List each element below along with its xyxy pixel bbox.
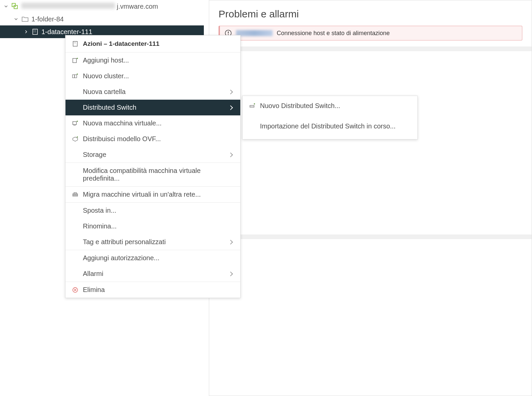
tree-item-vcenter[interactable]: j.vmware.com (0, 0, 204, 13)
menu-item-label: Elimina (83, 286, 105, 294)
svg-rect-16 (75, 75, 77, 78)
menu-item-new-cluster[interactable]: Nuovo cluster... (65, 68, 240, 84)
svg-rect-14 (73, 58, 77, 63)
submenu-item-label: Importazione del Distributed Switch in c… (260, 122, 396, 131)
blurred-ip (236, 30, 273, 36)
svg-rect-2 (33, 29, 37, 34)
context-menu-title: Azioni – 1-datacenter-111 (83, 40, 159, 47)
menu-item-tags-attrs[interactable]: Tag e attributi personalizzati (65, 234, 240, 250)
new-cluster-icon (72, 73, 79, 80)
context-menu-header: Azioni – 1-datacenter-111 (65, 35, 240, 53)
menu-item-new-vm[interactable]: Nuova macchina virtuale... (65, 115, 240, 131)
menu-item-label: Nuova cartella (83, 88, 126, 96)
svg-rect-18 (74, 124, 75, 125)
submenu-item-label: Nuovo Distributed Switch... (260, 101, 340, 110)
datacenter-icon (72, 40, 79, 47)
menu-item-add-permission[interactable]: Aggiungi autorizzazione... (65, 250, 240, 266)
panel-divider (209, 234, 532, 239)
folder-icon (21, 15, 29, 23)
svg-point-25 (252, 106, 252, 107)
new-vm-icon (72, 120, 79, 127)
new-dvs-icon (249, 102, 256, 110)
svg-rect-15 (73, 75, 75, 78)
context-menu-actions: Azioni – 1-datacenter-111 Aggiungi host.… (65, 35, 241, 298)
svg-rect-21 (74, 192, 76, 194)
migrate-icon (72, 191, 79, 198)
tree-item-folder[interactable]: 1-folder-84 (0, 13, 204, 25)
submenu-item-new-dvs[interactable]: Nuovo Distributed Switch... (243, 97, 417, 114)
menu-item-label: Modifica compatibilità macchina virtuale… (83, 167, 234, 182)
blurred-hostname (21, 3, 115, 9)
submenu-distributed-switch: Nuovo Distributed Switch... Importazione… (242, 96, 418, 139)
menu-item-new-folder[interactable]: Nuova cartella (65, 84, 240, 100)
menu-item-deploy-ovf[interactable]: Distribuisci modello OVF... (65, 131, 240, 147)
datacenter-label: 1-datacenter-111 (41, 28, 92, 36)
menu-item-label: Distribuisci modello OVF... (83, 135, 161, 143)
menu-item-label: Allarmi (83, 270, 103, 278)
folder-label: 1-folder-84 (31, 15, 64, 23)
datacenter-icon (31, 28, 39, 35)
panel-divider (209, 46, 532, 51)
menu-item-label: Nuovo cluster... (83, 72, 129, 80)
panel-title: Problemi e allarmi (209, 0, 532, 26)
menu-item-label: Migra macchine virtuali in un'altra rete… (83, 191, 201, 198)
menu-item-delete[interactable]: Elimina (65, 282, 240, 298)
menu-item-label: Distributed Switch (83, 104, 136, 111)
menu-item-label: Rinomina... (83, 222, 117, 230)
svg-rect-9 (73, 41, 78, 46)
chevron-right-icon (23, 29, 29, 34)
svg-point-24 (251, 106, 251, 107)
svg-rect-20 (73, 195, 78, 196)
svg-rect-17 (73, 121, 77, 124)
menu-item-alarms[interactable]: Allarmi (65, 266, 240, 282)
chevron-down-icon (3, 4, 9, 9)
menu-item-move-to[interactable]: Sposta in... (65, 203, 240, 218)
menu-item-migrate-vm[interactable]: Migra macchine virtuali in un'altra rete… (65, 187, 240, 202)
menu-item-label: Nuova macchina virtuale... (83, 119, 162, 127)
menu-item-label: Storage (83, 151, 106, 159)
svg-point-26 (253, 106, 254, 107)
deploy-ovf-icon (72, 135, 79, 143)
menu-item-storage[interactable]: Storage (65, 147, 240, 163)
menu-item-rename[interactable]: Rinomina... (65, 218, 240, 234)
chevron-down-icon (13, 16, 19, 22)
vcenter-label: j.vmware.com (21, 3, 158, 10)
issues-alarms-panel: Problemi e allarmi Connessione host e st… (209, 0, 532, 396)
delete-icon (72, 286, 79, 294)
submenu-item-import-dvs[interactable]: Importazione del Distributed Switch in c… (243, 114, 417, 138)
menu-item-add-host[interactable]: Aggiungi host... (65, 53, 240, 68)
menu-item-label: Aggiungi host... (83, 57, 129, 64)
menu-item-distributed-switch[interactable]: Distributed Switch (65, 100, 240, 115)
menu-item-label: Sposta in... (83, 207, 116, 214)
menu-item-label: Aggiungi autorizzazione... (83, 254, 159, 262)
menu-item-modify-compat[interactable]: Modifica compatibilità macchina virtuale… (65, 163, 240, 186)
alert-row[interactable]: Connessione host e stato di alimentazion… (219, 26, 522, 40)
add-host-icon (72, 57, 79, 64)
vcenter-icon (11, 3, 19, 10)
menu-item-label: Tag e attributi personalizzati (83, 238, 166, 246)
alert-text: Connessione host e stato di alimentazion… (277, 30, 390, 37)
